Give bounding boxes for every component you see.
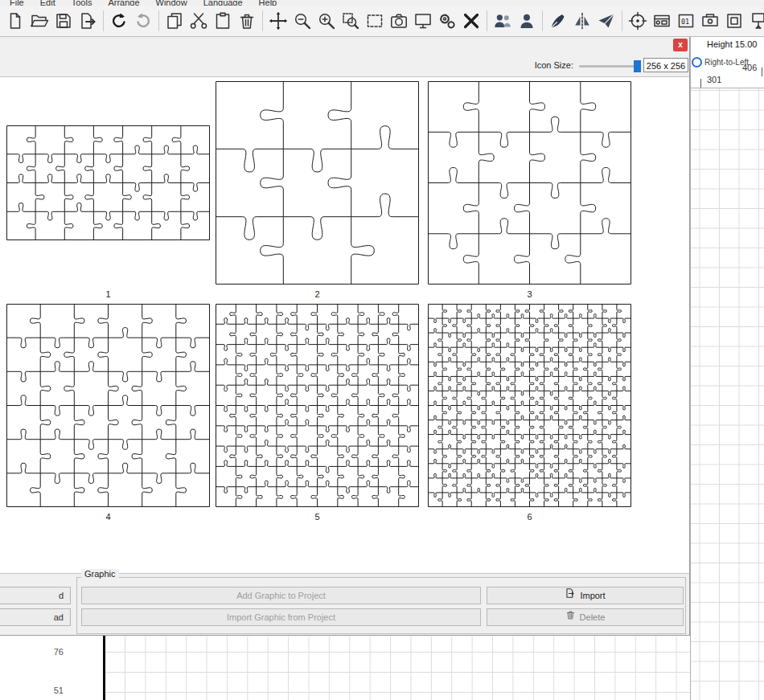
graphic-group-title: Graphic: [81, 569, 119, 579]
graphic-library-dialog: x Icon Size: 256 x 256 123456 Graphic d …: [0, 37, 690, 636]
mirror-icon[interactable]: [570, 9, 594, 33]
menu-item-window[interactable]: Window: [148, 0, 195, 6]
menu-item-tools[interactable]: Tools: [64, 0, 101, 6]
import-button[interactable]: Import: [487, 587, 684, 604]
toolbar-separator: [262, 10, 263, 31]
puzzle-thumbnail: [216, 304, 419, 507]
machine-icon[interactable]: [698, 9, 722, 33]
close-button[interactable]: x: [673, 39, 688, 51]
import-graphic-from-project-button[interactable]: Import Graphic from Project: [81, 608, 481, 626]
icon-size-slider[interactable]: [579, 65, 640, 68]
import-graphic-from-project-label: Import Graphic from Project: [227, 609, 335, 625]
new-file-icon[interactable]: [3, 9, 27, 33]
gallery-item-5[interactable]: 5: [216, 304, 419, 522]
add-graphic-label: Add Graphic to Project: [236, 587, 326, 604]
pen-icon[interactable]: [546, 9, 570, 33]
selection-icon[interactable]: [363, 9, 387, 33]
radio-icon[interactable]: [692, 57, 702, 68]
menu-item-arrange[interactable]: Arrange: [100, 0, 147, 6]
ruler-number: 76: [46, 647, 64, 657]
gallery-item-4[interactable]: 4: [6, 304, 210, 522]
camera-icon[interactable]: [387, 9, 411, 33]
toolbar-separator: [103, 10, 104, 31]
ruler-number: 51: [46, 686, 64, 695]
delete-button[interactable]: Delete: [487, 608, 684, 626]
move-icon[interactable]: [266, 9, 290, 33]
height-value: Height 15.00: [707, 39, 757, 49]
user-icon[interactable]: [515, 9, 539, 33]
puzzle-thumbnail: [428, 304, 631, 507]
import-label: Import: [580, 587, 605, 604]
canvas-right-strip: Height 15.00 Right-to-Left 301 406: [690, 37, 764, 700]
gallery-item-label: 3: [428, 289, 631, 299]
add-graphic-button[interactable]: Add Graphic to Project: [81, 587, 481, 604]
gallery-item-label: 4: [6, 512, 210, 522]
puzzle-thumbnail: [428, 81, 631, 285]
svg-text:01: 01: [681, 18, 689, 26]
zoom-out-icon[interactable]: [290, 9, 314, 33]
menu-item-help[interactable]: Help: [251, 0, 285, 6]
menu-item-file[interactable]: File: [2, 0, 32, 6]
redo-icon[interactable]: [131, 9, 155, 33]
partial-button-1[interactable]: d: [0, 587, 71, 604]
ruler-tick: [762, 68, 762, 76]
monitor-icon[interactable]: [411, 9, 435, 33]
puzzle-thumbnail: [216, 81, 419, 285]
gallery-item-1[interactable]: 1: [6, 81, 210, 299]
icon-size-label: Icon Size:: [535, 60, 573, 70]
gallery-item-label: 5: [216, 512, 419, 522]
gallery-item-6[interactable]: 6: [428, 304, 631, 522]
toolbar: 01: [0, 6, 764, 37]
right-to-left-option[interactable]: Right-to-Left: [692, 57, 749, 68]
send-icon[interactable]: [594, 9, 618, 33]
slider-handle[interactable]: [634, 60, 641, 72]
icon-size-value: 256 x 256: [643, 58, 688, 72]
export-icon[interactable]: [76, 9, 100, 33]
gallery-item-3[interactable]: 3: [428, 81, 631, 299]
ruler-number: 301: [707, 75, 721, 84]
device-icon[interactable]: [722, 9, 746, 33]
toolbar-separator: [158, 10, 159, 31]
zoom-selection-icon[interactable]: [339, 9, 363, 33]
laser-icon[interactable]: [746, 9, 764, 33]
partial-button-2[interactable]: ad: [0, 608, 71, 626]
gallery-item-2[interactable]: 2: [216, 81, 419, 299]
open-folder-icon[interactable]: [27, 9, 51, 33]
toolbar-separator: [487, 10, 487, 31]
menu-item-language[interactable]: Language: [195, 0, 251, 6]
paste-icon[interactable]: [211, 9, 235, 33]
ruler-tick: [700, 79, 701, 88]
puzzle-thumbnail: [6, 304, 210, 507]
canvas-grid: [105, 637, 690, 700]
target-icon[interactable]: [626, 9, 650, 33]
toolbar-separator: [542, 10, 543, 31]
canvas-edge-line: [103, 636, 105, 700]
gallery-item-label: 1: [6, 289, 210, 299]
trash-icon[interactable]: [235, 9, 259, 33]
save-icon[interactable]: [51, 9, 76, 33]
delete-label: Delete: [580, 609, 606, 625]
toolbar-separator: [622, 10, 622, 31]
template-gallery: 123456: [0, 76, 689, 574]
ruler-number: 406: [742, 63, 757, 72]
settings-icon[interactable]: [435, 9, 459, 33]
canvas-grid: [691, 88, 764, 700]
menu-item-edit[interactable]: Edit: [32, 0, 64, 6]
import-icon: [565, 587, 576, 604]
zoom-in-icon[interactable]: [314, 9, 339, 33]
plotter-icon[interactable]: [650, 9, 674, 33]
gallery-item-label: 6: [428, 512, 631, 522]
controller-icon[interactable]: 01: [674, 9, 698, 33]
cut-icon[interactable]: [187, 9, 211, 33]
delete-icon: [565, 609, 576, 625]
puzzle-thumbnail: [6, 81, 210, 285]
gallery-item-label: 2: [216, 289, 419, 299]
copy-icon[interactable]: [162, 9, 187, 33]
users-icon[interactable]: [491, 9, 515, 33]
undo-icon[interactable]: [107, 9, 131, 33]
menubar: FileEditToolsArrangeWindowLanguageHelp: [0, 0, 764, 6]
wrench-icon[interactable]: [459, 9, 483, 33]
